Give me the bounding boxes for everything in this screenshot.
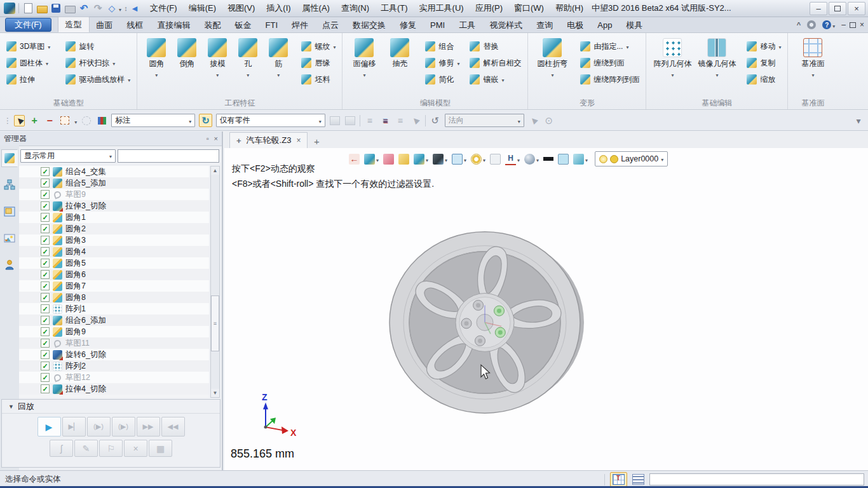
dropdown-arrow-icon[interactable] <box>247 71 249 79</box>
checkbox-checked-icon[interactable] <box>41 270 50 279</box>
dropdown-arrow-icon[interactable] <box>277 71 280 79</box>
ribbon-tab[interactable]: 线框 <box>120 18 151 32</box>
snapshot-icon[interactable]: ▦ <box>149 440 172 457</box>
checkbox-checked-icon[interactable] <box>41 339 50 348</box>
role-manager-tab[interactable] <box>1 256 18 274</box>
ribbon-button[interactable]: 唇缘 <box>299 56 338 70</box>
viewport[interactable]: + 汽车轮毂.Z3 × + 按下<F2>动态的观察 <F8>或者<Shift-r… <box>224 132 868 470</box>
ribbon-tab[interactable]: 焊件 <box>285 18 315 32</box>
toolbar-drag-handle[interactable]: ⋮ <box>4 116 10 125</box>
orbit-view-icon[interactable]: ◇ <box>105 2 119 15</box>
lug-hole[interactable] <box>461 318 471 329</box>
settings-gear-icon[interactable] <box>807 20 816 29</box>
checkbox-checked-icon[interactable] <box>41 201 50 210</box>
panel-pin-icon[interactable]: ▫ <box>207 135 209 142</box>
tree-item[interactable]: 拉伸4_切除 <box>19 383 209 395</box>
dropdown-arrow-icon[interactable] <box>778 42 781 51</box>
checkbox-checked-icon[interactable] <box>41 327 50 336</box>
tree-item[interactable]: 组合6_添加 <box>19 315 209 326</box>
collapse-ribbon-icon[interactable]: ^ <box>797 21 801 29</box>
checkbox-checked-icon[interactable] <box>41 316 50 325</box>
menu-item[interactable]: 帮助(H) <box>550 0 589 17</box>
checkbox-checked-icon[interactable] <box>41 293 50 302</box>
lasso-pick-icon[interactable] <box>81 114 92 127</box>
toolbar-overflow-icon[interactable]: ↕ <box>121 2 130 15</box>
ribbon-button[interactable]: 复制 <box>744 56 783 70</box>
list-view-icon[interactable] <box>632 474 644 485</box>
dropdown-arrow-icon[interactable] <box>426 153 428 165</box>
ribbon-button[interactable]: 圆柱体 <box>4 56 53 70</box>
ribbon-button[interactable]: 3D草图 <box>4 39 53 53</box>
delete-icon[interactable]: × <box>124 440 147 457</box>
shade-mode-icon[interactable] <box>414 154 424 165</box>
add-to-selection-icon[interactable]: + <box>29 114 40 127</box>
checkbox-checked-icon[interactable] <box>41 304 50 313</box>
assembly-manager-tab[interactable] <box>1 176 18 194</box>
ribbon-button[interactable]: 螺纹 <box>299 39 338 53</box>
menu-item[interactable]: 视图(V) <box>222 0 261 17</box>
dropdown-arrow-icon[interactable] <box>464 153 466 165</box>
menu-item[interactable]: 属性(A) <box>297 0 336 17</box>
ribbon-button[interactable]: 杆状扫掠 <box>63 56 133 70</box>
dropdown-arrow-icon[interactable] <box>626 42 628 51</box>
tree-item[interactable]: 圆角6 <box>19 269 209 280</box>
remove-from-selection-icon[interactable]: − <box>44 114 55 127</box>
checkbox-checked-icon[interactable] <box>41 373 50 382</box>
tree-item[interactable]: 阵列1 <box>19 303 209 315</box>
ribbon-button[interactable]: 由指定... <box>578 39 642 53</box>
dropdown-arrow-icon[interactable] <box>671 71 674 79</box>
collapse-toolbar-icon[interactable]: ◀ <box>130 2 139 15</box>
layer-combo[interactable]: Layer0000 <box>595 151 668 166</box>
ribbon-tab[interactable]: 视觉样式 <box>482 18 529 32</box>
ribbon-tab[interactable]: PMI <box>423 18 452 32</box>
ribbon-tab[interactable]: FTI <box>259 18 285 32</box>
tree-item[interactable]: 圆角3 <box>19 234 209 246</box>
doc-minimize-button[interactable]: – <box>841 20 846 29</box>
ribbon-tab[interactable]: 修复 <box>393 18 423 32</box>
ribbon-tab[interactable]: 电极 <box>560 18 590 32</box>
status-command-input[interactable] <box>649 473 864 485</box>
line-width-icon[interactable] <box>543 157 553 161</box>
ribbon-tab[interactable]: 直接编辑 <box>151 18 198 32</box>
dropdown-arrow-icon[interactable] <box>832 19 835 30</box>
ribbon-button[interactable]: 驱动曲线放样 <box>63 72 133 86</box>
ribbon-button-large[interactable]: 拔模 <box>202 36 233 79</box>
new-tab-button[interactable]: + <box>308 134 325 148</box>
dropdown-arrow-icon[interactable] <box>517 153 520 165</box>
filter-stack-active-icon[interactable]: ≡ <box>379 114 391 127</box>
visual-style-icon[interactable] <box>433 154 444 165</box>
scroll-down-icon[interactable]: ▼ <box>211 389 219 397</box>
checkbox-checked-icon[interactable] <box>41 350 50 359</box>
minimize-button[interactable]: – <box>810 2 827 15</box>
dropdown-arrow-icon[interactable] <box>46 58 48 67</box>
tree-item[interactable]: 圆角2 <box>19 223 209 234</box>
view-manager-tab[interactable] <box>1 203 18 220</box>
view-orientation-icon[interactable] <box>364 154 375 165</box>
curve-icon[interactable]: ʃ <box>50 440 73 457</box>
document-tab-active[interactable]: + 汽车轮毂.Z3 × <box>229 132 308 148</box>
help-icon[interactable]: ? <box>822 20 831 29</box>
ribbon-button[interactable]: 组合 <box>423 39 462 53</box>
ribbon-button[interactable]: 旋转 <box>63 39 133 53</box>
tree-item[interactable]: 圆角5 <box>19 257 209 269</box>
tree-scrollbar[interactable]: ▲ ≡ ▼ <box>210 166 220 398</box>
menu-item[interactable]: 实用工具(U) <box>414 0 470 17</box>
playback-header[interactable]: 回放 <box>2 400 220 414</box>
ribbon-button[interactable]: 简化 <box>423 72 462 86</box>
play-to-end-icon[interactable]: ▶▏ <box>62 417 86 437</box>
pick-scope-combo[interactable]: 仅有零件 <box>216 114 325 127</box>
pick-tool-button[interactable]: ▶ <box>14 115 25 126</box>
ribbon-button-large[interactable]: 筋 <box>263 36 294 79</box>
display-filter-combo[interactable]: 显示常用 <box>20 149 116 163</box>
lug-hole-highlighted[interactable] <box>495 327 505 337</box>
rewind-icon[interactable]: ◀◀ <box>161 417 185 437</box>
wheel-model[interactable] <box>390 232 584 413</box>
layer-manager-icon[interactable] <box>573 154 584 165</box>
tree-item[interactable]: 圆角9 <box>19 326 209 337</box>
dropdown-arrow-icon[interactable] <box>483 153 485 165</box>
section-view-icon[interactable] <box>471 154 482 165</box>
restore-button[interactable] <box>829 2 846 15</box>
annotation-filter-combo[interactable]: 标注 <box>111 114 195 127</box>
window-pick-icon[interactable] <box>59 114 71 127</box>
link-icon[interactable] <box>329 114 341 127</box>
